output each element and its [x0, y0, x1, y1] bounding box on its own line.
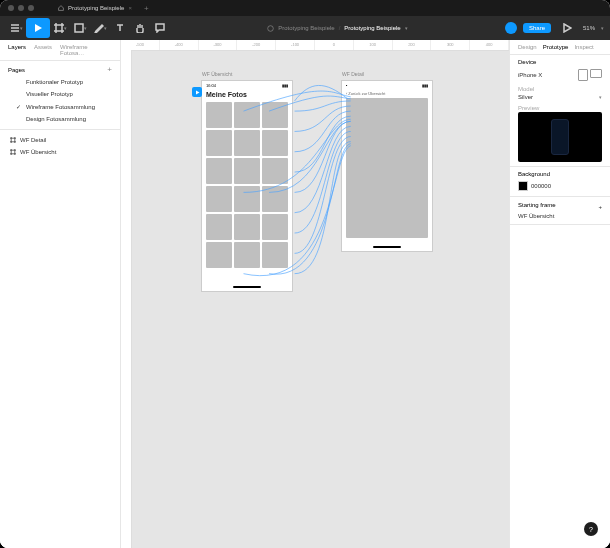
photo-cell[interactable]	[234, 242, 260, 268]
startframe-label: Starting frame	[518, 202, 556, 208]
right-tabs: Design Prototype Inspect	[510, 40, 610, 55]
traffic-light-zoom[interactable]	[28, 5, 34, 11]
device-label: Device	[518, 59, 602, 65]
tab-prototype[interactable]: Prototype	[543, 44, 569, 50]
artboard-label: WF Übersicht	[202, 71, 232, 77]
model-label: Model	[518, 86, 534, 92]
page-item[interactable]: ✓Wireframe Fotosammlung	[0, 100, 120, 113]
help-button[interactable]: ?	[584, 522, 598, 536]
photo-cell[interactable]	[234, 158, 260, 184]
status-bar: ▪▮▮▮	[342, 81, 432, 89]
tab-inspect[interactable]: Inspect	[574, 44, 593, 50]
svg-point-1	[268, 25, 274, 31]
page-item[interactable]: Funktionaler Prototyp	[0, 76, 120, 88]
screen-title: Meine Fotos	[202, 89, 292, 102]
photo-cell[interactable]	[234, 130, 260, 156]
frame-tool[interactable]: ▾	[50, 18, 70, 38]
svg-rect-0	[75, 24, 83, 32]
avatar[interactable]	[505, 22, 517, 34]
preview-phone-icon	[551, 119, 569, 155]
startframe-section: Starting frame+ WF Übersicht	[510, 197, 610, 225]
breadcrumb[interactable]: Prototyping Beispiele / Prototyping Beis…	[267, 25, 407, 32]
startframe-value[interactable]: WF Übersicht	[518, 213, 554, 219]
file-tab[interactable]: Prototyping Beispiele ×	[58, 5, 132, 11]
toolbar-right: Share 51%▾	[505, 18, 604, 38]
frame-icon	[10, 137, 16, 143]
model-value[interactable]: Silver	[518, 94, 533, 100]
photo-cell[interactable]	[262, 214, 288, 240]
page-label: Funktionaler Prototyp	[26, 79, 83, 85]
photo-cell[interactable]	[262, 158, 288, 184]
photo-cell[interactable]	[206, 214, 232, 240]
page-item[interactable]: Visueller Prototyp	[0, 88, 120, 100]
photo-cell[interactable]	[262, 242, 288, 268]
background-label: Background	[518, 171, 602, 177]
canvas[interactable]: -500-400-300-200-1000100200300400 WF Übe…	[121, 40, 509, 548]
photo-cell[interactable]	[234, 214, 260, 240]
tab-assets[interactable]: Assets	[34, 44, 52, 56]
color-swatch	[518, 181, 528, 191]
photo-cell[interactable]	[262, 130, 288, 156]
add-flow-button[interactable]: +	[598, 204, 602, 210]
photo-cell[interactable]	[262, 186, 288, 212]
traffic-light-minimize[interactable]	[18, 5, 24, 11]
share-button[interactable]: Share	[523, 23, 551, 33]
page-item[interactable]: Design Fotosammlung	[0, 113, 120, 125]
photo-cell[interactable]	[206, 130, 232, 156]
tab-design[interactable]: Design	[518, 44, 537, 50]
comment-tool[interactable]	[150, 18, 170, 38]
photo-cell[interactable]	[206, 242, 232, 268]
breadcrumb-current: Prototyping Beispiele	[344, 25, 400, 31]
photo-cell[interactable]	[206, 186, 232, 212]
play-tool[interactable]	[26, 18, 50, 38]
photo-cell[interactable]	[206, 102, 232, 128]
background-value: 000000	[531, 183, 551, 189]
frame-icon	[10, 149, 16, 155]
preview-label: Preview	[518, 105, 539, 111]
figma-window: Prototyping Beispiele × + ▾ ▾ ▾ ▾ Protot…	[0, 0, 610, 548]
device-value[interactable]: iPhone X	[518, 72, 542, 78]
prototype-start-badge[interactable]	[192, 87, 202, 97]
zoom-level[interactable]: 51%	[583, 25, 595, 31]
background-color[interactable]: 000000	[518, 180, 602, 192]
photo-cell[interactable]	[234, 186, 260, 212]
pen-tool[interactable]: ▾	[90, 18, 110, 38]
page-label: Visueller Prototyp	[26, 91, 73, 97]
back-link[interactable]: ‹Zurück zur Übersicht	[342, 89, 432, 96]
photo-cell[interactable]	[262, 102, 288, 128]
ruler-horizontal: -500-400-300-200-1000100200300400	[121, 40, 509, 51]
artboard-overview[interactable]: WF Übersicht 16:04 ▮▮▮ Meine Fotos	[201, 80, 293, 292]
photo-detail	[346, 98, 428, 238]
traffic-light-close[interactable]	[8, 5, 14, 11]
layer-item[interactable]: WF Übersicht	[0, 146, 120, 158]
pages-header: Pages +	[0, 61, 120, 76]
page-label: Design Fotosammlung	[26, 116, 86, 122]
back-label: Zurück zur Übersicht	[348, 91, 385, 96]
main-area: Layers Assets Wireframe Fotosa… Pages + …	[0, 40, 610, 548]
photo-cell[interactable]	[206, 158, 232, 184]
layer-label: WF Übersicht	[20, 149, 56, 155]
new-tab-button[interactable]: +	[144, 4, 149, 13]
tab-layers[interactable]: Layers	[8, 44, 26, 56]
present-button[interactable]	[557, 18, 577, 38]
tab-page[interactable]: Wireframe Fotosa…	[60, 44, 112, 56]
hand-tool[interactable]	[130, 18, 150, 38]
mac-titlebar: Prototyping Beispiele × +	[0, 0, 610, 16]
menu-button[interactable]: ▾	[6, 18, 26, 38]
artboard-detail[interactable]: WF Detail ▪▮▮▮ ‹Zurück zur Übersicht	[341, 80, 433, 252]
home-indicator	[233, 286, 261, 288]
background-section: Background 000000	[510, 167, 610, 197]
prototype-connections	[121, 40, 509, 548]
ruler-vertical	[121, 50, 132, 548]
status-bar: 16:04 ▮▮▮	[202, 81, 292, 89]
layer-item[interactable]: WF Detail	[0, 134, 120, 146]
device-section: Device iPhone X Model Silver▾ Preview	[510, 55, 610, 167]
shape-tool[interactable]: ▾	[70, 18, 90, 38]
add-page-button[interactable]: +	[107, 65, 112, 74]
toolbar: ▾ ▾ ▾ ▾ Prototyping Beispiele / Prototyp…	[0, 16, 610, 40]
photo-cell[interactable]	[234, 102, 260, 128]
divider	[0, 129, 120, 130]
orientation-toggle[interactable]	[578, 69, 602, 81]
left-sidebar: Layers Assets Wireframe Fotosa… Pages + …	[0, 40, 121, 548]
text-tool[interactable]	[110, 18, 130, 38]
